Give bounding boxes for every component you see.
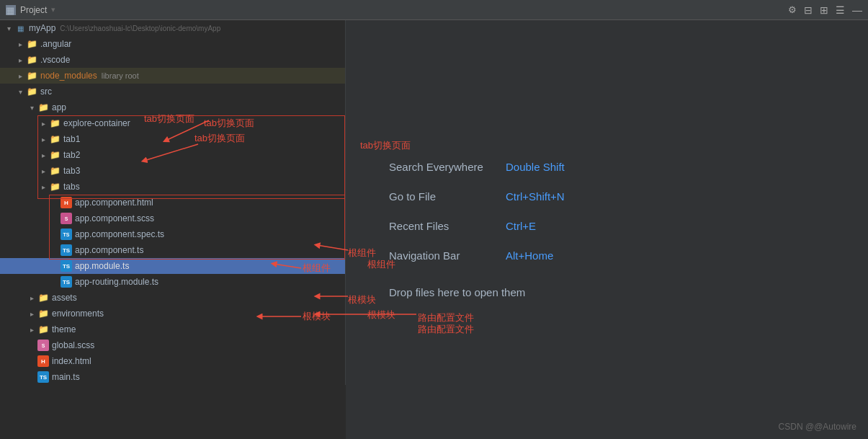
html-icon: H: [61, 197, 72, 208]
folder-icon-environments: [37, 308, 49, 319]
shortcut-name-nav: Navigation Bar: [389, 249, 497, 262]
item-label-app-component-html: app.component.html: [75, 198, 153, 208]
settings-icon[interactable]: ⚙: [788, 4, 797, 16]
arrow-environments: [26, 310, 37, 318]
tree-item-app-routing[interactable]: TS app-routing.module.ts: [0, 274, 345, 290]
arrow-angular: [14, 40, 26, 48]
tree-item-tab1[interactable]: tab1: [0, 131, 345, 147]
sass-icon: S: [37, 340, 49, 351]
arrow-app: [26, 104, 37, 112]
folder-icon-tab3: [49, 165, 61, 177]
arrow-tab3: [37, 167, 49, 175]
close-icon[interactable]: —: [852, 4, 862, 16]
folder-icon-app: [37, 102, 49, 113]
arrow-tab1: [37, 136, 49, 143]
shortcut-recent-files: Recent Files Ctrl+E: [389, 220, 825, 232]
item-label-app-routing: app-routing.module.ts: [75, 277, 158, 287]
item-label-node-modules: node_modules: [40, 71, 97, 81]
shortcut-nav-bar: Navigation Bar Alt+Home: [389, 249, 825, 262]
arrow-src: [14, 88, 26, 96]
shortcut-name-search: Search Everywhere: [389, 161, 497, 173]
tree-item-app-component-html[interactable]: H app.component.html: [0, 195, 345, 210]
item-label-tab3: tab3: [63, 166, 80, 176]
main-layout: ▦ myApp C:\Users\zhaoshuai-lc\Desktop\io…: [0, 20, 868, 439]
folder-icon-myapp: ▦: [14, 22, 26, 34]
tree-item-global-scss[interactable]: S global.scss: [0, 337, 345, 353]
item-label-app: app: [52, 102, 66, 112]
shortcut-key-goto: Ctrl+Shift+N: [506, 190, 565, 203]
tree-item-tab3[interactable]: tab3: [0, 163, 345, 179]
tree-item-explore-container[interactable]: explore-container: [0, 115, 345, 131]
shortcut-name-recent: Recent Files: [389, 220, 497, 232]
gear-icon[interactable]: ☰: [836, 4, 845, 16]
arrow-node-modules: [14, 72, 26, 80]
folder-icon-vscode: [26, 54, 37, 66]
item-label-tab1: tab1: [63, 134, 80, 144]
arrow-myapp: [3, 25, 14, 32]
item-label-tabs: tabs: [63, 182, 80, 192]
tree-item-tabs[interactable]: tabs: [0, 179, 345, 195]
folder-icon-src: [26, 86, 37, 97]
arrow-assets: [26, 294, 37, 302]
tree-item-angular[interactable]: .angular: [0, 36, 345, 52]
drop-text: Drop files here to open them: [389, 286, 525, 298]
shortcut-key-search: Double Shift: [506, 161, 565, 173]
shortcut-name-goto: Go to File: [389, 190, 497, 203]
tree-item-tab2[interactable]: tab2: [0, 147, 345, 163]
annotation-tab-switch-label: tab切换页面: [360, 139, 411, 152]
item-label-vscode: .vscode: [40, 55, 70, 65]
tree-item-app-component-scss[interactable]: S app.component.scss: [0, 210, 345, 226]
item-label-explore: explore-container: [63, 118, 130, 128]
item-label-tab2: tab2: [63, 150, 80, 160]
annotation-root-component: 根组件: [367, 258, 395, 271]
folder-icon-theme: [37, 324, 49, 335]
spec-icon: TS: [61, 229, 72, 240]
folder-icon-tab2: [49, 149, 61, 161]
panel-title: Project: [20, 5, 47, 15]
tree-item-app-module[interactable]: TS app.module.ts: [0, 258, 345, 274]
folder-icon-node-modules: [26, 70, 37, 81]
item-label-assets: assets: [52, 293, 77, 303]
project-icon: ▦: [6, 5, 16, 15]
tree-item-theme[interactable]: theme: [0, 322, 345, 337]
file-tree: ▦ myApp C:\Users\zhaoshuai-lc\Desktop\io…: [0, 20, 345, 385]
tree-item-assets[interactable]: assets: [0, 290, 345, 306]
folder-icon-explore: [49, 117, 61, 129]
folder-icon-tab1: [49, 133, 61, 145]
expand-icon[interactable]: ⊟: [804, 4, 813, 16]
shortcut-search-everywhere: Search Everywhere Double Shift: [389, 161, 825, 173]
html-icon2: H: [37, 355, 49, 367]
arrow-tab2: [37, 151, 49, 159]
sidebar-wrapper: ▦ myApp C:\Users\zhaoshuai-lc\Desktop\io…: [0, 20, 346, 439]
item-label-app-component-ts: app.component.ts: [75, 245, 143, 255]
item-label-index-html: index.html: [52, 356, 91, 366]
tree-item-index-html[interactable]: H index.html: [0, 353, 345, 369]
tree-item-vscode[interactable]: .vscode: [0, 52, 345, 68]
tree-item-node-modules[interactable]: node_modules library root: [0, 68, 345, 84]
item-sublabel-node-modules: library root: [102, 71, 139, 80]
ts-icon3: TS: [61, 276, 72, 288]
arrow-theme: [26, 326, 37, 334]
folder-icon-assets: [37, 292, 49, 303]
arrow-vscode: [14, 56, 26, 64]
scss-icon: S: [61, 213, 72, 224]
arrow-explore: [37, 120, 49, 128]
shortcut-key-nav: Alt+Home: [506, 249, 553, 262]
folder-icon-angular: [26, 38, 37, 50]
folder-icon-tabs: [49, 181, 61, 192]
collapse-icon[interactable]: ⊞: [820, 4, 828, 16]
shortcut-drop-files: Drop files here to open them: [389, 279, 825, 298]
annotation-root-module: 根模块: [367, 309, 395, 322]
sidebar: ▦ myApp C:\Users\zhaoshuai-lc\Desktop\io…: [0, 20, 346, 385]
tree-item-app[interactable]: app: [0, 99, 345, 115]
tree-item-app-component-spec[interactable]: TS app.component.spec.ts: [0, 226, 345, 242]
item-label-myapp: myApp: [29, 23, 55, 33]
shortcut-key-recent: Ctrl+E: [506, 220, 536, 232]
tree-item-environments[interactable]: environments: [0, 306, 345, 322]
item-label-environments: environments: [52, 309, 104, 319]
tree-item-main-ts[interactable]: TS main.ts: [0, 369, 345, 385]
tree-item-app-component-ts[interactable]: TS app.component.ts: [0, 242, 345, 258]
tree-item-src[interactable]: src: [0, 84, 345, 99]
tree-item-myapp[interactable]: ▦ myApp C:\Users\zhaoshuai-lc\Desktop\io…: [0, 20, 345, 36]
shortcut-goto-file: Go to File Ctrl+Shift+N: [389, 190, 825, 203]
